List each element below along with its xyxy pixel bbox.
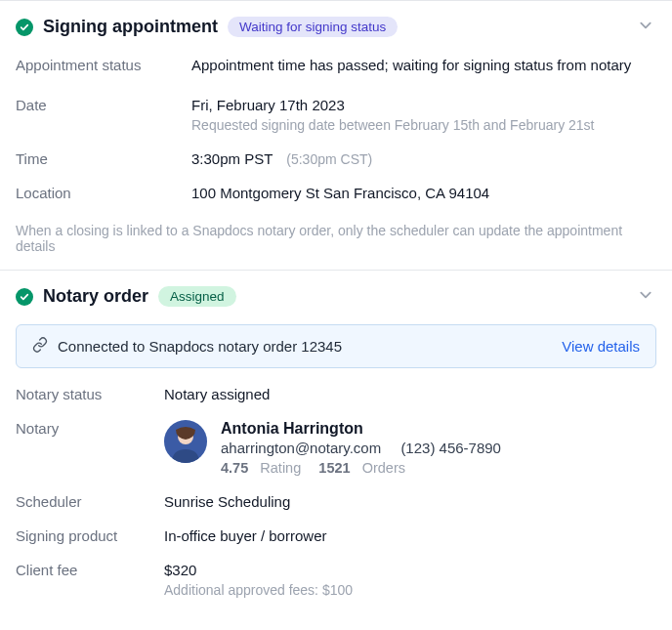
appointment-status-row: Appointment status Appointment time has … <box>16 57 656 73</box>
client-fee-value: $320 <box>164 562 656 578</box>
notary-details: Antonia Harrington aharrington@notary.co… <box>221 420 501 476</box>
notary-name: Antonia Harrington <box>221 420 501 438</box>
time-value: 3:30pm PST <box>191 150 273 167</box>
notary-label: Notary <box>16 420 164 476</box>
notary-panel-header: Notary order Assigned <box>16 284 656 309</box>
rating-label: Rating <box>260 460 301 476</box>
signing-product-row: Signing product In-office buyer / borrow… <box>16 527 656 544</box>
notary-collapse-chevron[interactable] <box>635 284 656 309</box>
location-value: 100 Montgomery St San Francisco, CA 9410… <box>191 185 656 201</box>
link-icon <box>32 337 48 356</box>
signing-panel-header: Signing appointment Waiting for signing … <box>16 15 656 39</box>
check-circle-icon <box>16 19 33 36</box>
time-value-block: 3:30pm PST (5:30pm CST) <box>191 150 656 167</box>
scheduler-value: Sunrise Scheduling <box>164 493 656 510</box>
signing-product-label: Signing product <box>16 527 164 544</box>
date-value: Fri, February 17th 2023 <box>191 97 656 113</box>
notary-email: aharrington@notary.com <box>221 440 381 456</box>
view-details-link[interactable]: View details <box>562 338 640 355</box>
notary-order-status-badge: Assigned <box>158 286 236 307</box>
date-row: Date Fri, February 17th 2023 Requested s… <box>16 97 656 133</box>
appointment-status-label: Appointment status <box>16 57 191 73</box>
date-label: Date <box>16 97 191 133</box>
date-value-block: Fri, February 17th 2023 Requested signin… <box>191 97 656 133</box>
orders-label: Orders <box>362 460 405 476</box>
check-circle-icon <box>16 288 33 306</box>
scheduler-row: Scheduler Sunrise Scheduling <box>16 493 656 510</box>
appointment-status-value: Appointment time has passed; waiting for… <box>191 57 656 73</box>
connected-order-box: Connected to Snapdocs notary order 12345… <box>16 324 656 368</box>
notary-avatar <box>164 420 207 463</box>
signing-title: Signing appointment <box>43 17 218 37</box>
location-row: Location 100 Montgomery St San Francisco… <box>16 185 656 201</box>
time-alt: (5:30pm CST) <box>286 151 372 167</box>
notary-phone: (123) 456-7890 <box>400 440 501 456</box>
notary-status-row: Notary status Notary assigned <box>16 386 656 402</box>
time-label: Time <box>16 150 191 167</box>
date-note: Requested signing date between February … <box>191 117 656 133</box>
client-fee-row: Client fee $320 Additional approved fees… <box>16 562 656 598</box>
client-fee-label: Client fee <box>16 562 164 598</box>
time-row: Time 3:30pm PST (5:30pm CST) <box>16 150 656 167</box>
client-fee-note: Additional approved fees: $100 <box>164 582 656 598</box>
location-label: Location <box>16 185 191 201</box>
notary-row: Notary Antonia Harrington aharrington@no… <box>16 420 656 476</box>
orders-value: 1521 <box>318 460 350 476</box>
signing-appointment-panel: Signing appointment Waiting for signing … <box>0 0 672 270</box>
signing-product-value: In-office buyer / borrower <box>164 527 656 544</box>
notary-stats: 4.75 Rating 1521 Orders <box>221 460 501 476</box>
notary-order-panel: Notary order Assigned Connected to Snapd… <box>0 270 672 613</box>
rating-value: 4.75 <box>221 460 248 476</box>
notary-value-block: Antonia Harrington aharrington@notary.co… <box>164 420 656 476</box>
notary-order-title: Notary order <box>43 286 148 307</box>
scheduler-label: Scheduler <box>16 493 164 510</box>
connected-order-text: Connected to Snapdocs notary order 12345 <box>58 338 342 355</box>
client-fee-block: $320 Additional approved fees: $100 <box>164 562 656 598</box>
notary-contact: aharrington@notary.com (123) 456-7890 <box>221 440 501 456</box>
signing-status-badge: Waiting for signing status <box>228 17 398 37</box>
signing-collapse-chevron[interactable] <box>635 15 656 39</box>
notary-status-label: Notary status <box>16 386 164 402</box>
signing-footer-note: When a closing is linked to a Snapdocs n… <box>16 223 656 254</box>
notary-status-value: Notary assigned <box>164 386 656 402</box>
